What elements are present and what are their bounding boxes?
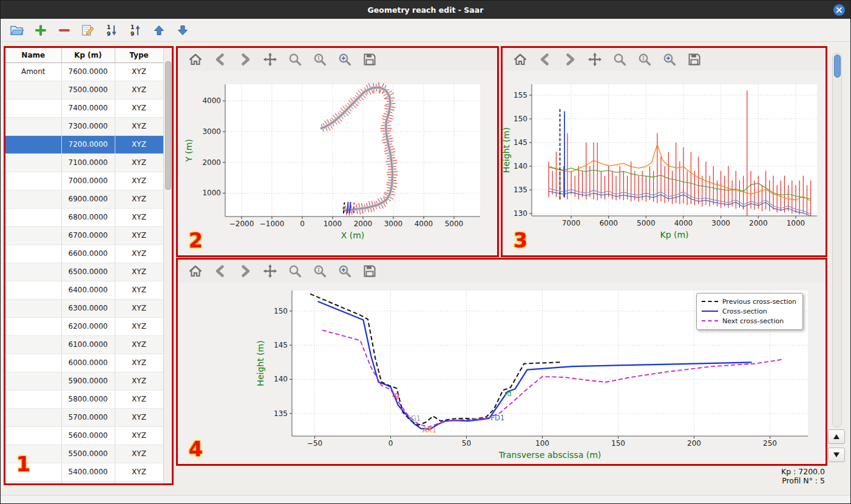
table-cell[interactable]: 6300.0000	[61, 299, 115, 317]
table-cell[interactable]	[5, 226, 61, 244]
table-row[interactable]: 6400.0000XYZ	[5, 281, 163, 299]
zoom-region-button[interactable]	[336, 263, 354, 280]
table-cell[interactable]	[5, 263, 61, 281]
pan-button[interactable]	[586, 51, 604, 68]
save-button[interactable]	[361, 263, 379, 280]
table-row[interactable]: Amont7600.0000XYZ	[5, 62, 163, 81]
table-cell[interactable]: XYZ	[115, 172, 163, 190]
table-row[interactable]: 6300.0000XYZ	[5, 299, 163, 317]
table-row[interactable]: 6100.0000XYZ	[5, 335, 163, 354]
table-cell[interactable]	[5, 172, 61, 190]
table-cell[interactable]: 6700.0000	[61, 226, 115, 244]
save-button[interactable]	[685, 51, 704, 68]
table-cell[interactable]: XYZ	[115, 408, 163, 426]
table-row[interactable]: 5300.0000XYZ	[5, 481, 163, 483]
table-cell[interactable]: Amont	[5, 62, 61, 81]
longitudinal-profile-chart[interactable]: 7000600050004000300020001000130135140145…	[503, 71, 826, 253]
table-cell[interactable]	[5, 390, 61, 408]
previous-section-button[interactable]	[828, 429, 845, 444]
add-section-button[interactable]	[32, 22, 50, 39]
table-cell[interactable]: XYZ	[115, 317, 163, 335]
table-cell[interactable]: 5800.0000	[61, 390, 115, 408]
table-cell[interactable]: XYZ	[115, 390, 163, 408]
back-button[interactable]	[211, 263, 229, 280]
table-scrollbar-thumb[interactable]	[165, 61, 171, 190]
zoom-mark-button[interactable]	[636, 51, 654, 68]
table-cell[interactable]: XYZ	[115, 335, 163, 354]
table-scrollbar[interactable]	[163, 48, 172, 483]
plan-view-chart[interactable]: −2000−1000010002000300040005000100020003…	[178, 71, 497, 253]
edit-section-button[interactable]	[79, 22, 97, 39]
table-cell[interactable]: 7000.0000	[61, 172, 115, 190]
table-cell[interactable]	[5, 208, 61, 226]
zoom-button[interactable]	[286, 51, 304, 68]
table-row[interactable]: 6500.0000XYZ	[5, 263, 163, 281]
table-cell[interactable]	[5, 481, 61, 483]
column-header-name[interactable]: Name	[5, 48, 61, 62]
zoom-region-button[interactable]	[336, 51, 354, 68]
table-cell[interactable]: 5600.0000	[61, 426, 115, 445]
table-cell[interactable]: XYZ	[115, 226, 163, 244]
zoom-mark-button[interactable]	[311, 263, 329, 280]
forward-button[interactable]	[561, 51, 579, 68]
table-cell[interactable]: 7100.0000	[61, 153, 115, 172]
home-button[interactable]	[186, 51, 205, 68]
table-cell[interactable]: 6800.0000	[61, 208, 115, 226]
table-cell[interactable]: XYZ	[115, 281, 163, 299]
move-down-button[interactable]	[174, 22, 192, 39]
back-button[interactable]	[211, 51, 229, 68]
table-cell[interactable]	[5, 408, 61, 426]
table-cell[interactable]: XYZ	[115, 81, 163, 99]
back-button[interactable]	[536, 51, 554, 68]
table-cell[interactable]: XYZ	[115, 62, 163, 81]
table-cell[interactable]: 7200.0000	[61, 135, 115, 153]
table-row[interactable]: 5600.0000XYZ	[5, 426, 163, 445]
column-header-kp[interactable]: Kp (m)	[61, 48, 115, 62]
open-file-button[interactable]	[8, 22, 26, 39]
table-cell[interactable]: 6500.0000	[61, 263, 115, 281]
table-cell[interactable]	[5, 335, 61, 354]
table-cell[interactable]: 6000.0000	[61, 354, 115, 372]
table-cell[interactable]	[5, 99, 61, 117]
table-cell[interactable]: XYZ	[115, 135, 163, 153]
move-up-button[interactable]	[150, 22, 168, 39]
home-button[interactable]	[511, 51, 529, 68]
table-cell[interactable]: XYZ	[115, 299, 163, 317]
table-cell[interactable]: XYZ	[115, 208, 163, 226]
table-cell[interactable]	[5, 299, 61, 317]
table-cell[interactable]: 7600.0000	[61, 62, 115, 81]
table-cell[interactable]: XYZ	[115, 445, 163, 463]
right-scrollbar[interactable]	[832, 53, 842, 428]
table-cell[interactable]: XYZ	[115, 244, 163, 263]
table-row[interactable]: 7100.0000XYZ	[5, 153, 163, 172]
table-cell[interactable]: 5900.0000	[61, 372, 115, 390]
zoom-region-button[interactable]	[660, 51, 679, 68]
table-row[interactable]: 6000.0000XYZ	[5, 354, 163, 372]
table-cell[interactable]: 5500.0000	[61, 445, 115, 463]
table-row[interactable]: 5800.0000XYZ	[5, 390, 163, 408]
table-cell[interactable]: 5400.0000	[61, 463, 115, 481]
pan-button[interactable]	[261, 51, 279, 68]
table-row[interactable]: 7000.0000XYZ	[5, 172, 163, 190]
table-cell[interactable]: XYZ	[115, 426, 163, 445]
table-cell[interactable]	[5, 190, 61, 208]
zoom-mark-button[interactable]	[311, 51, 329, 68]
forward-button[interactable]	[236, 51, 254, 68]
table-cell[interactable]	[5, 281, 61, 299]
next-section-button[interactable]	[828, 448, 845, 462]
zoom-button[interactable]	[286, 263, 304, 280]
table-row[interactable]: 6800.0000XYZ	[5, 208, 163, 226]
table-cell[interactable]: XYZ	[115, 463, 163, 481]
table-cell[interactable]: XYZ	[115, 117, 163, 135]
table-cell[interactable]	[5, 426, 61, 445]
table-row[interactable]: 6700.0000XYZ	[5, 226, 163, 244]
table-row[interactable]: 7300.0000XYZ	[5, 117, 163, 135]
table-row[interactable]: 6200.0000XYZ	[5, 317, 163, 335]
close-button[interactable]	[833, 4, 845, 16]
table-row[interactable]: 7200.0000XYZ	[5, 135, 163, 153]
table-cell[interactable]: 5700.0000	[61, 408, 115, 426]
table-cell[interactable]	[5, 463, 61, 481]
table-row[interactable]: 6900.0000XYZ	[5, 190, 163, 208]
table-row[interactable]: 7500.0000XYZ	[5, 81, 163, 99]
table-cell[interactable]	[5, 354, 61, 372]
